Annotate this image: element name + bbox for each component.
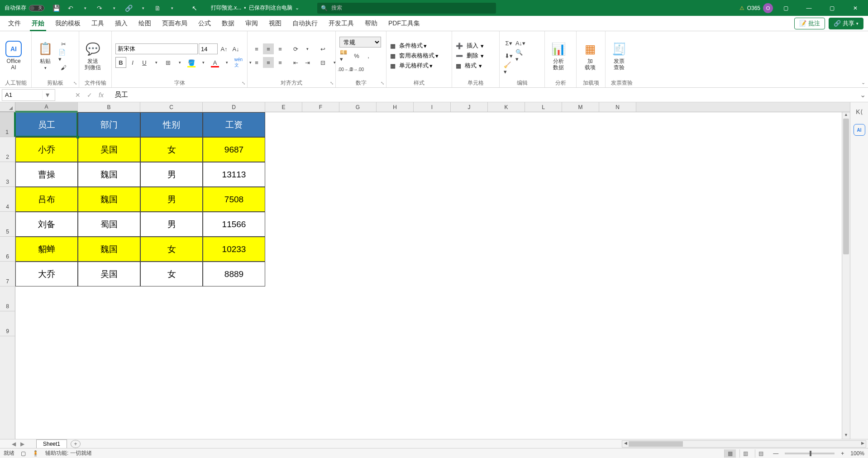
macro-recorder-icon[interactable]: ▢ [21, 450, 26, 457]
search-box[interactable]: 🔍 搜索 [317, 3, 496, 14]
menu-tab-PDF工具集[interactable]: PDF工具集 [383, 16, 425, 31]
cell-D5[interactable]: 11566 [203, 212, 265, 237]
cell-B3[interactable]: 魏国 [78, 162, 140, 187]
row-header-2[interactable]: 2 [0, 137, 15, 162]
increase-indent-icon[interactable]: ⇥ [302, 57, 313, 68]
cell-B6[interactable]: 魏国 [78, 237, 140, 262]
menu-tab-自动执行[interactable]: 自动执行 [287, 16, 323, 31]
percent-icon[interactable]: % [351, 50, 362, 61]
row-header-5[interactable]: 5 [0, 212, 15, 237]
link-icon[interactable]: 🔗 [122, 2, 135, 14]
cell-C3[interactable]: 男 [140, 162, 203, 187]
name-box-dropdown-icon[interactable]: ▾ [42, 91, 52, 99]
col-header-J[interactable]: J [451, 102, 488, 112]
scroll-down-icon[interactable]: ▼ [842, 433, 850, 439]
redo-icon[interactable]: ↷ [93, 2, 106, 14]
collapse-panel-icon[interactable]: K⟨ [854, 106, 865, 118]
increase-font-icon[interactable]: A↑ [219, 43, 229, 54]
cell-B5[interactable]: 蜀国 [78, 212, 140, 237]
row-header-8[interactable]: 8 [0, 286, 15, 311]
decrease-decimal-icon[interactable]: .0→.00 [351, 64, 362, 75]
fill-icon[interactable]: ⬇▾ [503, 50, 514, 61]
insert-cells-button[interactable]: ➕ 插入 ▾ [456, 42, 484, 50]
title-chevron-icon[interactable]: ⌄ [295, 5, 299, 11]
menu-tab-绘图[interactable]: 绘图 [133, 16, 157, 31]
col-header-E[interactable]: E [265, 102, 302, 112]
cell-A6[interactable]: 貂蝉 [15, 237, 78, 262]
cell-C2[interactable]: 女 [140, 137, 203, 162]
menu-tab-插入[interactable]: 插入 [110, 16, 133, 31]
page-layout-view-icon[interactable]: ▥ [739, 449, 751, 458]
comma-icon[interactable]: , [363, 50, 374, 61]
print-icon[interactable]: 🗎 [151, 2, 164, 14]
align-center-icon[interactable]: ≡ [263, 57, 274, 68]
cells-area[interactable]: 员工部门性别工资小乔吴国女9687曹操魏国男13113吕布魏国男7508刘备蜀国… [15, 112, 842, 439]
save-icon[interactable]: 💾 [50, 2, 62, 14]
menu-tab-文件[interactable]: 文件 [3, 16, 26, 31]
cell-D6[interactable]: 10233 [203, 237, 265, 262]
annotate-button[interactable]: 📝 批注 [794, 18, 825, 29]
cell-header-B1[interactable]: 部门 [78, 112, 140, 137]
underline-button[interactable]: U [139, 57, 150, 68]
border-dropdown-icon[interactable]: ▾ [174, 57, 185, 68]
send-wechat-button[interactable]: 💬发送 到微信 [83, 40, 103, 72]
col-header-G[interactable]: G [339, 102, 377, 112]
cell-B7[interactable]: 吴国 [78, 262, 140, 286]
table-format-button[interactable]: ▦ 套用表格格式▾ [390, 52, 439, 60]
formula-expand-icon[interactable]: ⌄ [857, 91, 868, 99]
menu-tab-视图[interactable]: 视图 [263, 16, 287, 31]
autosave-toggle[interactable]: 自动保存 关 [0, 4, 49, 12]
fill-color-dropdown-icon[interactable]: ▾ [198, 57, 209, 68]
ribbon-mode-icon[interactable]: ▢ [776, 0, 796, 16]
fill-color-icon[interactable]: 🪣 [186, 57, 197, 68]
cell-A7[interactable]: 大乔 [15, 262, 78, 286]
col-header-I[interactable]: I [414, 102, 451, 112]
menu-tab-审阅[interactable]: 审阅 [240, 16, 263, 31]
cell-B4[interactable]: 魏国 [78, 187, 140, 212]
vscroll-thumb[interactable] [843, 119, 849, 254]
cell-C4[interactable]: 男 [140, 187, 203, 212]
col-header-H[interactable]: H [377, 102, 414, 112]
name-box[interactable]: ▾ [2, 89, 55, 101]
align-left-icon[interactable]: ≡ [251, 57, 262, 68]
undo-dropdown-icon[interactable]: ▾ [79, 2, 91, 14]
sheet-prev-icon[interactable]: ◀ [12, 441, 16, 447]
border-icon[interactable]: ⊞ [162, 57, 173, 68]
paste-button[interactable]: 📋粘贴▾ [35, 40, 55, 72]
accessibility-icon[interactable]: 🧍 [32, 450, 39, 457]
bold-button[interactable]: B [115, 57, 126, 68]
format-painter-icon[interactable]: 🖌 [58, 62, 69, 73]
office-ai-button[interactable]: AIOffice AI [4, 40, 24, 72]
autosum-icon[interactable]: Σ▾ [503, 38, 514, 48]
zoom-level[interactable]: 100% [850, 450, 864, 457]
cell-D2[interactable]: 9687 [203, 137, 265, 162]
account-label[interactable]: O365 [747, 5, 760, 11]
row-header-9[interactable]: 9 [0, 311, 15, 336]
increase-decimal-icon[interactable]: .00→.0 [339, 64, 350, 75]
col-header-F[interactable]: F [302, 102, 339, 112]
sort-filter-icon[interactable]: A↓▾ [515, 38, 526, 48]
cell-B2[interactable]: 吴国 [78, 137, 140, 162]
menu-tab-开始[interactable]: 开始 [26, 16, 50, 31]
name-box-input[interactable] [2, 91, 42, 98]
cell-C6[interactable]: 女 [140, 237, 203, 262]
normal-view-icon[interactable]: ▦ [724, 449, 736, 458]
decrease-font-icon[interactable]: A↓ [230, 43, 241, 54]
row-header-6[interactable]: 6 [0, 237, 15, 262]
select-all-corner[interactable] [0, 102, 15, 112]
cell-C7[interactable]: 女 [140, 262, 203, 286]
italic-button[interactable]: I [127, 57, 138, 68]
cancel-formula-icon[interactable]: ✕ [75, 91, 81, 99]
share-button[interactable]: 🔗 共享 ▾ [829, 18, 863, 29]
col-header-L[interactable]: L [525, 102, 562, 112]
scroll-up-icon[interactable]: ▲ [842, 112, 850, 119]
redo-dropdown-icon[interactable]: ▾ [108, 2, 120, 14]
conditional-format-button[interactable]: ▦ 条件格式▾ [390, 42, 439, 50]
scroll-left-icon[interactable]: ◀ [622, 441, 629, 447]
row-header-4[interactable]: 4 [0, 187, 15, 212]
row-header-7[interactable]: 7 [0, 262, 15, 286]
formula-input[interactable] [111, 91, 857, 99]
ai-panel-icon[interactable]: AI [854, 124, 865, 136]
font-color-dropdown-icon[interactable]: ▾ [221, 57, 232, 68]
find-icon[interactable]: 🔍▾ [515, 50, 526, 61]
